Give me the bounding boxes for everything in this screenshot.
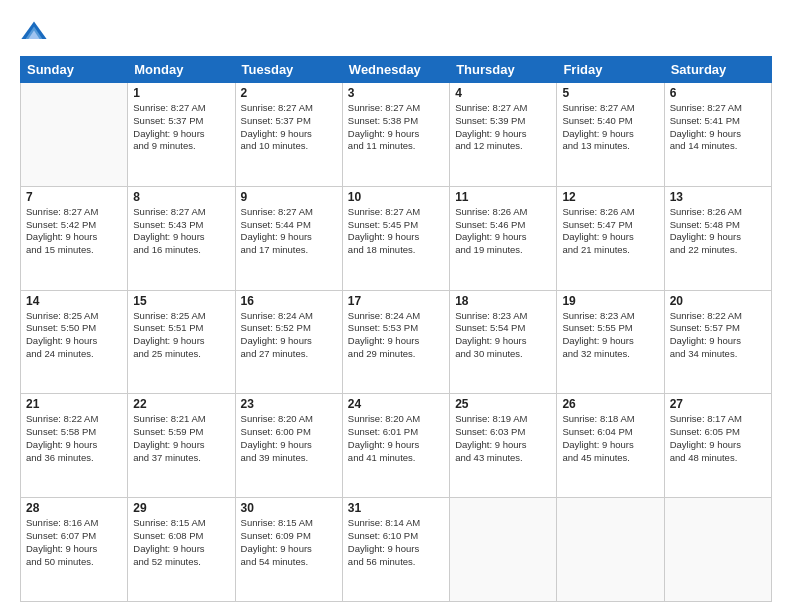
calendar-cell: 30Sunrise: 8:15 AM Sunset: 6:09 PM Dayli… xyxy=(235,498,342,602)
calendar-cell: 10Sunrise: 8:27 AM Sunset: 5:45 PM Dayli… xyxy=(342,186,449,290)
weekday-header-thursday: Thursday xyxy=(450,57,557,83)
day-info: Sunrise: 8:23 AM Sunset: 5:54 PM Dayligh… xyxy=(455,310,551,361)
day-number: 11 xyxy=(455,190,551,204)
day-number: 18 xyxy=(455,294,551,308)
weekday-header-monday: Monday xyxy=(128,57,235,83)
calendar-cell: 23Sunrise: 8:20 AM Sunset: 6:00 PM Dayli… xyxy=(235,394,342,498)
day-number: 22 xyxy=(133,397,229,411)
week-row-5: 28Sunrise: 8:16 AM Sunset: 6:07 PM Dayli… xyxy=(21,498,772,602)
weekday-header-tuesday: Tuesday xyxy=(235,57,342,83)
calendar-cell: 12Sunrise: 8:26 AM Sunset: 5:47 PM Dayli… xyxy=(557,186,664,290)
day-info: Sunrise: 8:18 AM Sunset: 6:04 PM Dayligh… xyxy=(562,413,658,464)
day-number: 2 xyxy=(241,86,337,100)
logo xyxy=(20,18,52,46)
day-number: 8 xyxy=(133,190,229,204)
day-info: Sunrise: 8:25 AM Sunset: 5:51 PM Dayligh… xyxy=(133,310,229,361)
day-info: Sunrise: 8:16 AM Sunset: 6:07 PM Dayligh… xyxy=(26,517,122,568)
calendar-cell: 20Sunrise: 8:22 AM Sunset: 5:57 PM Dayli… xyxy=(664,290,771,394)
week-row-4: 21Sunrise: 8:22 AM Sunset: 5:58 PM Dayli… xyxy=(21,394,772,498)
calendar-cell: 8Sunrise: 8:27 AM Sunset: 5:43 PM Daylig… xyxy=(128,186,235,290)
day-number: 9 xyxy=(241,190,337,204)
day-number: 26 xyxy=(562,397,658,411)
calendar-cell: 5Sunrise: 8:27 AM Sunset: 5:40 PM Daylig… xyxy=(557,83,664,187)
calendar-cell: 6Sunrise: 8:27 AM Sunset: 5:41 PM Daylig… xyxy=(664,83,771,187)
day-info: Sunrise: 8:15 AM Sunset: 6:08 PM Dayligh… xyxy=(133,517,229,568)
day-info: Sunrise: 8:25 AM Sunset: 5:50 PM Dayligh… xyxy=(26,310,122,361)
calendar-cell: 29Sunrise: 8:15 AM Sunset: 6:08 PM Dayli… xyxy=(128,498,235,602)
weekday-header-sunday: Sunday xyxy=(21,57,128,83)
calendar-cell xyxy=(557,498,664,602)
day-number: 16 xyxy=(241,294,337,308)
week-row-1: 1Sunrise: 8:27 AM Sunset: 5:37 PM Daylig… xyxy=(21,83,772,187)
day-info: Sunrise: 8:27 AM Sunset: 5:42 PM Dayligh… xyxy=(26,206,122,257)
weekday-header-wednesday: Wednesday xyxy=(342,57,449,83)
calendar-cell: 26Sunrise: 8:18 AM Sunset: 6:04 PM Dayli… xyxy=(557,394,664,498)
day-number: 17 xyxy=(348,294,444,308)
calendar-cell: 27Sunrise: 8:17 AM Sunset: 6:05 PM Dayli… xyxy=(664,394,771,498)
day-info: Sunrise: 8:22 AM Sunset: 5:57 PM Dayligh… xyxy=(670,310,766,361)
weekday-header-row: SundayMondayTuesdayWednesdayThursdayFrid… xyxy=(21,57,772,83)
day-number: 14 xyxy=(26,294,122,308)
page: SundayMondayTuesdayWednesdayThursdayFrid… xyxy=(0,0,792,612)
calendar-cell: 11Sunrise: 8:26 AM Sunset: 5:46 PM Dayli… xyxy=(450,186,557,290)
calendar-cell xyxy=(21,83,128,187)
calendar-cell: 19Sunrise: 8:23 AM Sunset: 5:55 PM Dayli… xyxy=(557,290,664,394)
day-number: 29 xyxy=(133,501,229,515)
weekday-header-saturday: Saturday xyxy=(664,57,771,83)
calendar-cell xyxy=(450,498,557,602)
day-info: Sunrise: 8:27 AM Sunset: 5:43 PM Dayligh… xyxy=(133,206,229,257)
day-number: 27 xyxy=(670,397,766,411)
day-info: Sunrise: 8:27 AM Sunset: 5:40 PM Dayligh… xyxy=(562,102,658,153)
day-info: Sunrise: 8:26 AM Sunset: 5:48 PM Dayligh… xyxy=(670,206,766,257)
calendar-cell: 16Sunrise: 8:24 AM Sunset: 5:52 PM Dayli… xyxy=(235,290,342,394)
calendar-cell: 25Sunrise: 8:19 AM Sunset: 6:03 PM Dayli… xyxy=(450,394,557,498)
day-info: Sunrise: 8:27 AM Sunset: 5:44 PM Dayligh… xyxy=(241,206,337,257)
weekday-header-friday: Friday xyxy=(557,57,664,83)
calendar-cell: 22Sunrise: 8:21 AM Sunset: 5:59 PM Dayli… xyxy=(128,394,235,498)
day-info: Sunrise: 8:15 AM Sunset: 6:09 PM Dayligh… xyxy=(241,517,337,568)
calendar-cell: 18Sunrise: 8:23 AM Sunset: 5:54 PM Dayli… xyxy=(450,290,557,394)
calendar-cell: 13Sunrise: 8:26 AM Sunset: 5:48 PM Dayli… xyxy=(664,186,771,290)
day-number: 25 xyxy=(455,397,551,411)
day-info: Sunrise: 8:27 AM Sunset: 5:37 PM Dayligh… xyxy=(241,102,337,153)
day-info: Sunrise: 8:20 AM Sunset: 6:00 PM Dayligh… xyxy=(241,413,337,464)
calendar-cell: 31Sunrise: 8:14 AM Sunset: 6:10 PM Dayli… xyxy=(342,498,449,602)
day-number: 7 xyxy=(26,190,122,204)
day-number: 15 xyxy=(133,294,229,308)
calendar-cell: 2Sunrise: 8:27 AM Sunset: 5:37 PM Daylig… xyxy=(235,83,342,187)
day-info: Sunrise: 8:24 AM Sunset: 5:52 PM Dayligh… xyxy=(241,310,337,361)
day-info: Sunrise: 8:27 AM Sunset: 5:41 PM Dayligh… xyxy=(670,102,766,153)
day-number: 21 xyxy=(26,397,122,411)
day-number: 24 xyxy=(348,397,444,411)
day-number: 3 xyxy=(348,86,444,100)
day-number: 5 xyxy=(562,86,658,100)
calendar-cell: 3Sunrise: 8:27 AM Sunset: 5:38 PM Daylig… xyxy=(342,83,449,187)
calendar-cell: 14Sunrise: 8:25 AM Sunset: 5:50 PM Dayli… xyxy=(21,290,128,394)
day-info: Sunrise: 8:27 AM Sunset: 5:39 PM Dayligh… xyxy=(455,102,551,153)
day-info: Sunrise: 8:22 AM Sunset: 5:58 PM Dayligh… xyxy=(26,413,122,464)
day-number: 10 xyxy=(348,190,444,204)
day-info: Sunrise: 8:27 AM Sunset: 5:38 PM Dayligh… xyxy=(348,102,444,153)
day-number: 12 xyxy=(562,190,658,204)
day-number: 20 xyxy=(670,294,766,308)
logo-icon xyxy=(20,18,48,46)
calendar-cell: 28Sunrise: 8:16 AM Sunset: 6:07 PM Dayli… xyxy=(21,498,128,602)
day-info: Sunrise: 8:20 AM Sunset: 6:01 PM Dayligh… xyxy=(348,413,444,464)
day-info: Sunrise: 8:19 AM Sunset: 6:03 PM Dayligh… xyxy=(455,413,551,464)
day-number: 1 xyxy=(133,86,229,100)
calendar-cell: 1Sunrise: 8:27 AM Sunset: 5:37 PM Daylig… xyxy=(128,83,235,187)
day-number: 13 xyxy=(670,190,766,204)
day-number: 6 xyxy=(670,86,766,100)
calendar-cell: 24Sunrise: 8:20 AM Sunset: 6:01 PM Dayli… xyxy=(342,394,449,498)
day-info: Sunrise: 8:27 AM Sunset: 5:45 PM Dayligh… xyxy=(348,206,444,257)
header xyxy=(20,18,772,46)
day-info: Sunrise: 8:14 AM Sunset: 6:10 PM Dayligh… xyxy=(348,517,444,568)
day-number: 4 xyxy=(455,86,551,100)
day-number: 30 xyxy=(241,501,337,515)
day-number: 23 xyxy=(241,397,337,411)
calendar-cell: 7Sunrise: 8:27 AM Sunset: 5:42 PM Daylig… xyxy=(21,186,128,290)
calendar-cell: 4Sunrise: 8:27 AM Sunset: 5:39 PM Daylig… xyxy=(450,83,557,187)
day-info: Sunrise: 8:27 AM Sunset: 5:37 PM Dayligh… xyxy=(133,102,229,153)
day-info: Sunrise: 8:26 AM Sunset: 5:46 PM Dayligh… xyxy=(455,206,551,257)
day-info: Sunrise: 8:17 AM Sunset: 6:05 PM Dayligh… xyxy=(670,413,766,464)
